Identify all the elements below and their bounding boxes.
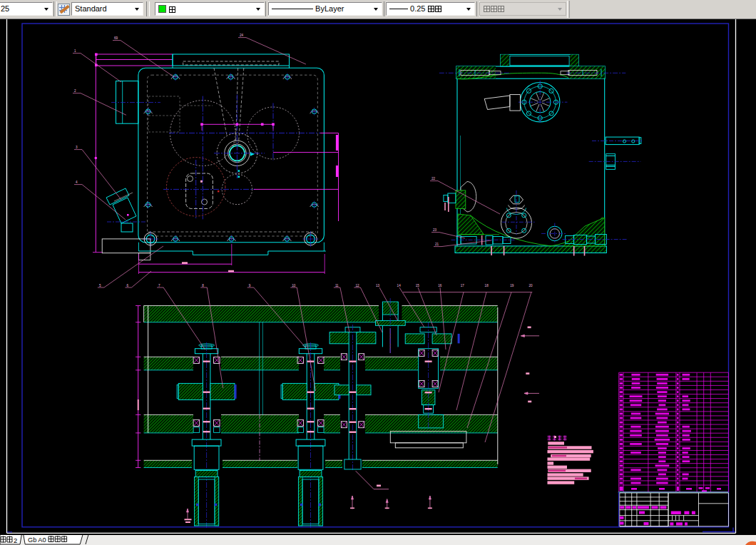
svg-text:21: 21 (435, 243, 439, 246)
svg-text:18: 18 (485, 284, 489, 287)
svg-text:13: 13 (376, 284, 380, 287)
svg-text:8: 8 (202, 284, 204, 287)
svg-text:7: 7 (158, 284, 160, 287)
svg-text:3: 3 (76, 146, 78, 149)
svg-text:9: 9 (249, 284, 251, 287)
svg-text:2: 2 (74, 89, 76, 93)
svg-text:15: 15 (416, 284, 420, 287)
svg-text:19: 19 (510, 284, 514, 287)
svg-text:5: 5 (99, 284, 101, 287)
svg-text:14: 14 (397, 284, 402, 287)
svg-text:6: 6 (127, 284, 129, 287)
svg-text:22: 22 (431, 177, 436, 180)
svg-text:12: 12 (355, 284, 359, 287)
svg-text:69: 69 (114, 36, 118, 40)
svg-text:20: 20 (528, 284, 533, 287)
svg-text:2: 2 (14, 536, 17, 544)
svg-text:1: 1 (74, 49, 76, 53)
svg-text:11: 11 (335, 284, 339, 287)
svg-text:23: 23 (433, 228, 437, 232)
svg-text:16: 16 (438, 284, 442, 287)
svg-text:17: 17 (461, 284, 465, 287)
svg-text:4: 4 (76, 180, 78, 184)
svg-text:10: 10 (292, 284, 296, 287)
svg-text:Gb A0: Gb A0 (28, 536, 46, 544)
svg-text:24: 24 (240, 34, 244, 37)
